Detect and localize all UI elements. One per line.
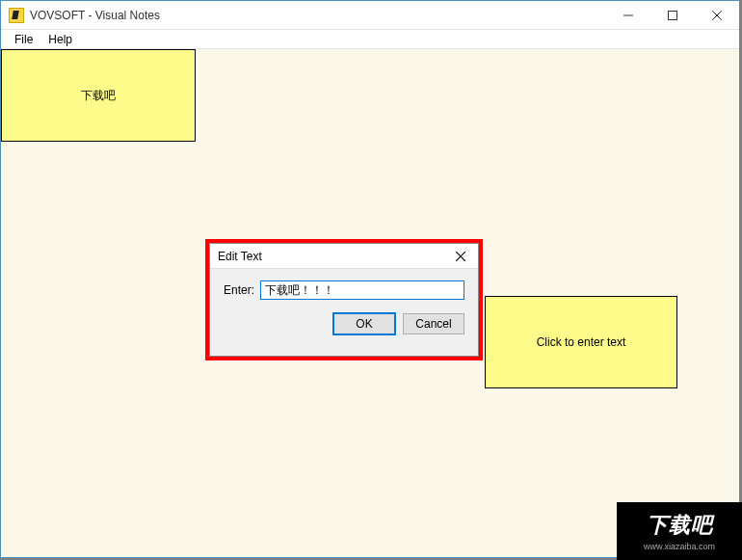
sticky-note[interactable]: Click to enter text	[485, 296, 677, 388]
window-title: VOVSOFT - Visual Notes	[30, 9, 606, 22]
edit-text-dialog: Edit Text Enter: OK Cancel	[209, 243, 479, 357]
dialog-titlebar: Edit Text	[210, 244, 478, 269]
dialog-highlight: Edit Text Enter: OK Cancel	[205, 239, 483, 360]
sticky-note[interactable]: 下载吧	[1, 49, 196, 142]
enter-label: Enter:	[224, 283, 254, 297]
cancel-button[interactable]: Cancel	[403, 313, 464, 334]
text-input[interactable]	[260, 280, 464, 300]
menu-help[interactable]: Help	[40, 33, 80, 46]
app-icon	[9, 8, 24, 23]
ok-label: OK	[356, 317, 372, 331]
close-button[interactable]	[695, 1, 739, 29]
note-text: 下载吧	[81, 88, 116, 104]
dialog-close-button[interactable]	[443, 244, 478, 268]
svg-rect-1	[669, 11, 677, 19]
watermark-url: www.xiazaiba.com	[644, 542, 715, 551]
maximize-button[interactable]	[650, 1, 695, 29]
canvas[interactable]: 下载吧 Click to enter text Edit Text Enter:…	[1, 49, 739, 557]
dialog-body: Enter: OK Cancel	[210, 269, 478, 356]
watermark: 下载吧 www.xiazaiba.com	[617, 502, 742, 560]
cancel-label: Cancel	[415, 317, 451, 331]
titlebar: VOVSOFT - Visual Notes	[1, 1, 739, 30]
menubar: File Help	[1, 30, 739, 49]
watermark-brand: 下载吧	[647, 511, 713, 540]
dialog-buttons: OK Cancel	[224, 313, 464, 334]
dialog-title: Edit Text	[218, 250, 443, 263]
menu-file[interactable]: File	[7, 33, 40, 46]
ok-button[interactable]: OK	[333, 313, 395, 334]
note-text: Click to enter text	[537, 335, 626, 349]
dialog-input-row: Enter:	[224, 280, 464, 300]
minimize-button[interactable]	[606, 1, 650, 29]
window-controls	[606, 1, 739, 29]
main-window: VOVSOFT - Visual Notes File Help 下载吧 Cli…	[0, 0, 740, 558]
